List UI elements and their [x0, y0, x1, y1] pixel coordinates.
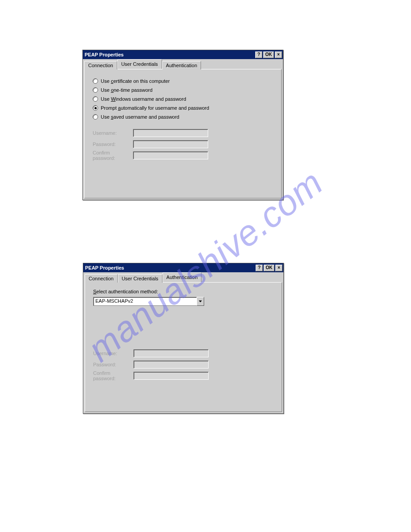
tab-panel: Select authentication method: EAP-MSCHAP… [85, 282, 282, 412]
ok-button[interactable]: OK [263, 51, 274, 58]
dropdown-value: EAP-MSCHAPv2 [93, 297, 197, 306]
close-button[interactable]: × [275, 51, 282, 58]
radio-icon [93, 87, 98, 93]
radio-windows-creds[interactable]: Use Windows username and password [93, 95, 273, 103]
radio-icon [93, 78, 98, 84]
radio-label: Use Windows username and password [101, 96, 186, 102]
tab-connection[interactable]: Connection [85, 274, 118, 283]
credential-fields: Username: Password: Confirm password: [93, 129, 273, 160]
username-row: Username: [93, 129, 273, 137]
peap-properties-dialog-1: PEAP Properties ? OK × Connection User C… [82, 50, 283, 200]
radio-icon [93, 114, 98, 120]
password-input [133, 360, 209, 369]
tab-strip: Connection User Credentials Authenticati… [83, 272, 283, 282]
username-row: Username: [93, 349, 274, 358]
confirm-row: Confirm password: [93, 371, 274, 380]
password-row: Password: [93, 140, 273, 149]
username-input [133, 129, 208, 137]
chevron-down-icon[interactable] [197, 297, 204, 306]
radio-icon [93, 96, 98, 102]
credential-fields: Username: Password: Confirm password: [93, 349, 274, 380]
password-label: Password: [93, 142, 133, 147]
confirm-password-input [133, 372, 209, 380]
radio-label: Use one-time password [101, 87, 153, 93]
password-label: Password: [93, 362, 133, 367]
peap-properties-dialog-2: PEAP Properties ? OK × Connection User C… [83, 263, 284, 414]
radio-label: Prompt automatically for username and pa… [101, 105, 209, 111]
confirm-password-label: Confirm password: [93, 150, 133, 161]
radio-icon [93, 105, 98, 111]
confirm-password-input [133, 151, 208, 159]
radio-saved-creds[interactable]: Use saved username and password [93, 113, 273, 120]
tab-strip: Connection User Credentials Authenticati… [83, 59, 283, 69]
ok-button[interactable]: OK [264, 265, 274, 271]
password-row: Password: [93, 360, 274, 369]
confirm-password-label: Confirm password: [93, 370, 133, 381]
title-bar: PEAP Properties ? OK × [83, 263, 283, 272]
radio-label: Use saved username and password [101, 114, 180, 120]
username-label: Username: [93, 351, 133, 356]
radio-use-certificate[interactable]: Use certificate on this computer [93, 77, 273, 85]
svg-marker-0 [199, 300, 202, 302]
tab-authentication[interactable]: Authentication [162, 61, 201, 69]
close-button[interactable]: × [275, 265, 283, 271]
tab-panel: Use certificate on this computer Use one… [84, 69, 282, 198]
tab-connection[interactable]: Connection [84, 61, 117, 69]
confirm-row: Confirm password: [93, 151, 273, 160]
radio-prompt-auto[interactable]: Prompt automatically for username and pa… [93, 104, 273, 112]
tab-authentication[interactable]: Authentication [163, 272, 202, 282]
tab-user-credentials[interactable]: User Credentials [117, 59, 162, 69]
window-title: PEAP Properties [85, 265, 255, 270]
help-button[interactable]: ? [255, 51, 262, 58]
username-input [133, 349, 209, 357]
radio-label: Use certificate on this computer [101, 78, 170, 84]
username-label: Username: [93, 130, 133, 136]
auth-method-dropdown[interactable]: EAP-MSCHAPv2 [93, 297, 204, 306]
title-bar: PEAP Properties ? OK × [83, 50, 283, 59]
auth-method-label: Select authentication method: [93, 289, 274, 294]
radio-one-time-password[interactable]: Use one-time password [93, 86, 273, 94]
tab-user-credentials[interactable]: User Credentials [118, 274, 163, 283]
window-title: PEAP Properties [85, 52, 254, 57]
help-button[interactable]: ? [256, 265, 263, 271]
password-input [133, 140, 208, 148]
